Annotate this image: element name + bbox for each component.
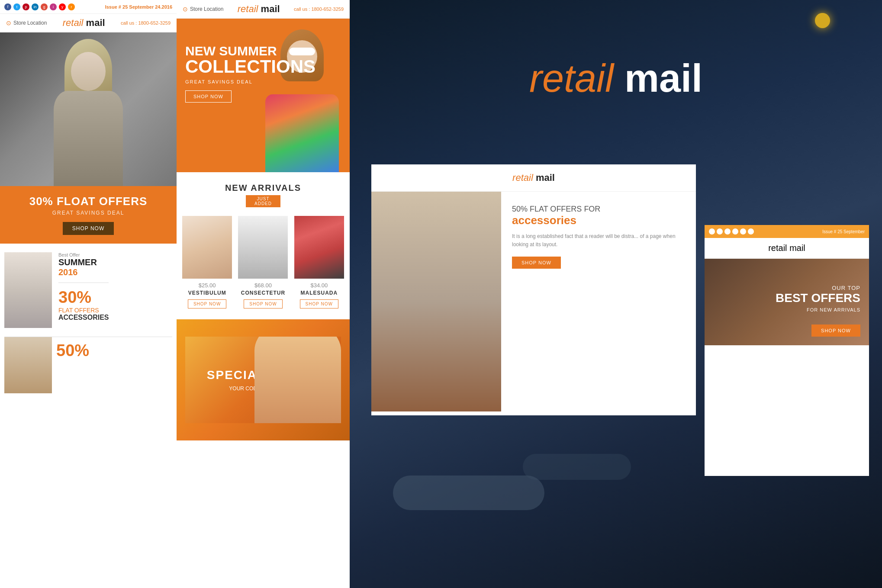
special-promo-section: SPECIAL PROMO YOUR CODE " SPL2569352" xyxy=(177,319,350,440)
products-row: $25.00 VESTIBULUM SHOP NOW $68.00 CONSEC… xyxy=(177,216,350,308)
facebook-icon[interactable]: f xyxy=(4,3,11,10)
brand-logo: retail mail xyxy=(63,17,105,29)
card2-social-icon-1[interactable] xyxy=(709,228,715,235)
promo-woman-figure xyxy=(254,337,341,423)
rss-icon[interactable]: r xyxy=(68,3,75,10)
pinterest-icon[interactable]: p xyxy=(23,3,29,10)
twitter-icon[interactable]: t xyxy=(13,3,20,10)
just-added-badge: JUST ADDED xyxy=(246,195,280,207)
model-sunglasses xyxy=(289,48,315,55)
product-card-2: $68.00 CONSECTETUR SHOP NOW xyxy=(238,216,288,308)
panel1-hero-image xyxy=(0,32,177,186)
product-name-1: VESTIBULUM xyxy=(182,290,232,296)
accessories-text: accessories xyxy=(512,214,685,227)
panel1-topbar: f t p in g i y r Issue # 25 September 24… xyxy=(0,0,177,14)
card-content: 50% FLAT OFFERS FOR accessories It is a … xyxy=(371,192,696,411)
hero-shop-now-button[interactable]: SHOP NOW xyxy=(185,90,232,103)
card2-social-icon-3[interactable] xyxy=(724,228,731,235)
card2-social-icon-6[interactable] xyxy=(748,228,754,235)
woman-body xyxy=(54,91,123,186)
card2-issue-text: Issue # 25 September xyxy=(822,229,865,234)
best-offer-label: Best Offer xyxy=(58,252,109,257)
panel1-product-row2: 50% xyxy=(0,337,177,393)
hero-woman-figure xyxy=(45,39,132,186)
savings-text: GREAT SAVINGS DEAL xyxy=(9,210,168,216)
woman-face xyxy=(71,52,106,91)
hero-subtitle: GREAT SAVINGS DEAL xyxy=(185,79,315,84)
store-location-p2: ⊙ Store Location xyxy=(183,6,223,13)
for-new-arrivals-text: FOR NEW ARRIVALS xyxy=(776,307,860,312)
product-details2: 50% xyxy=(56,337,89,393)
instagram-icon[interactable]: i xyxy=(50,3,57,10)
flat-offers-percent: 50% FLAT OFFERS FOR xyxy=(512,205,685,214)
card2-social-icon-2[interactable] xyxy=(717,228,723,235)
promo-background: SPECIAL PROMO YOUR CODE " SPL2569352" xyxy=(185,337,341,423)
hero-line2: COLLECTIONS xyxy=(185,58,315,76)
panel-3: retail mail retail mail 50% FLAT OFFERS … xyxy=(350,0,882,588)
our-top-text: OUR TOP xyxy=(776,285,860,291)
card2-hero-text: OUR TOP BEST OFFERS FOR NEW ARRIVALS SHO… xyxy=(776,285,860,337)
product-price-2: $68.00 xyxy=(238,282,288,289)
card-woman-image xyxy=(371,192,501,411)
call-us-p2: call us : 1800-652-3259 xyxy=(294,6,344,12)
small-person-figure xyxy=(4,252,52,328)
cloud-2 xyxy=(523,454,631,480)
panel-1: f t p in g i y r Issue # 25 September 24… xyxy=(0,0,177,588)
card-text-section: 50% FLAT OFFERS FOR accessories It is a … xyxy=(501,192,696,411)
hero-background xyxy=(0,32,177,186)
new-arrivals-title: NEW ARRIVALS xyxy=(177,183,350,193)
product-image-couple xyxy=(4,337,52,393)
divider xyxy=(58,283,109,283)
summer-title: SUMMER xyxy=(58,257,109,267)
googleplus-icon[interactable]: g xyxy=(41,3,48,10)
card-shop-now-button[interactable]: SHOP NOW xyxy=(512,257,561,269)
card2-social-icon-5[interactable] xyxy=(740,228,746,235)
year-label: 2016 xyxy=(58,267,109,277)
flat-percent: 30% xyxy=(58,288,109,307)
shop-now-btn-3[interactable]: SHOP NOW xyxy=(300,299,338,308)
pin-icon-p2: ⊙ xyxy=(183,6,188,13)
card2-hero-image: OUR TOP BEST OFFERS FOR NEW ARRIVALS SHO… xyxy=(705,259,869,345)
store-location: ⊙ Store Location xyxy=(6,19,47,26)
accessories-label: ACCESSORIES xyxy=(58,314,109,321)
panel3-sub-card2: Issue # 25 September retail mail OUR TOP… xyxy=(705,225,869,476)
call-us: call us : 1800-652-3259 xyxy=(121,20,171,26)
flat-label: FLAT OFFERS xyxy=(58,307,109,314)
panel1-product-row: Best Offer SUMMER 2016 30% FLAT OFFERS A… xyxy=(0,244,177,337)
product-details: Best Offer SUMMER 2016 30% FLAT OFFERS A… xyxy=(56,252,111,328)
shop-now-button-dark[interactable]: SHOP NOW xyxy=(63,222,114,235)
panel1-promo-banner: 30% FLOAT OFFERS GREAT SAVINGS DEAL SHOP… xyxy=(0,186,177,244)
couple-figure xyxy=(4,337,52,393)
card2-social-icon-4[interactable] xyxy=(732,228,738,235)
product-price-3: $34.00 xyxy=(294,282,344,289)
moon-decoration xyxy=(815,13,830,28)
brand-logo-p2: retail mail xyxy=(238,3,280,15)
youtube-icon[interactable]: y xyxy=(59,3,66,10)
social-icons-row: f t p in g i y r xyxy=(4,3,75,10)
card-header: retail mail xyxy=(371,164,696,192)
product-img-man xyxy=(238,216,288,279)
model-jacket xyxy=(265,94,339,172)
product-price-1: $25.00 xyxy=(182,282,232,289)
product-image-woman xyxy=(4,252,52,328)
card2-shop-now-button[interactable]: SHOP NOW xyxy=(811,325,860,337)
product-name-2: CONSECTETUR xyxy=(238,290,288,296)
card2-brand-logo: retail mail xyxy=(705,238,869,259)
pin-icon: ⊙ xyxy=(6,19,11,26)
shop-now-btn-1[interactable]: SHOP NOW xyxy=(188,299,226,308)
linkedin-icon[interactable]: in xyxy=(32,3,39,10)
card-body-text: It is a long established fact that a rea… xyxy=(512,232,685,249)
panel2-hero: NEW SUMMER COLLECTIONS GREAT SAVINGS DEA… xyxy=(177,19,350,172)
panel2-header: ⊙ Store Location retail mail call us : 1… xyxy=(177,0,350,19)
panel3-brand-name: retail mail xyxy=(529,56,702,101)
shop-now-btn-2[interactable]: SHOP NOW xyxy=(244,299,282,308)
card2-topbar: Issue # 25 September xyxy=(705,225,869,238)
best-offers-text: BEST OFFERS xyxy=(776,291,860,305)
panel1-header: ⊙ Store Location retail mail call us : 1… xyxy=(0,14,177,32)
product-card-1: $25.00 VESTIBULUM SHOP NOW xyxy=(182,216,232,308)
issue-text: Issue # 25 September 24.2016 xyxy=(105,4,172,10)
panel-2: ⊙ Store Location retail mail call us : 1… xyxy=(177,0,350,588)
product-card-3: $34.00 MALESUADA SHOP NOW xyxy=(294,216,344,308)
panel3-sub-card: retail mail 50% FLAT OFFERS FOR accessor… xyxy=(371,164,696,415)
product-img-dress xyxy=(182,216,232,279)
